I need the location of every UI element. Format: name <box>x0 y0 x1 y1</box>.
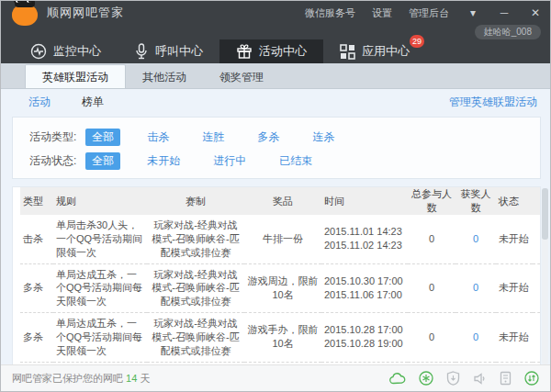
content-area: 活动 榜单 管理英雄联盟活动 活动类型: 全部 击杀 连胜 多杀 连杀 活动状态… <box>1 89 550 366</box>
time-end: 2015.11.02 14:23 <box>324 239 405 252</box>
col-rule: 规则 <box>53 187 147 215</box>
titlebar: 顺网网吧管家 微信服务号 设置 管理后台 ▾ ─ ✕ <box>1 1 550 25</box>
protection-suffix: 天 <box>140 373 150 384</box>
scrollbar-thumb[interactable] <box>542 188 548 240</box>
shield-icon[interactable] <box>446 371 460 386</box>
filter-status-ongoing[interactable]: 进行中 <box>207 152 253 170</box>
tab-strip: 英雄联盟活动 其他活动 领奖管理 <box>1 63 550 89</box>
col-participants: 总参与人数 <box>408 187 455 215</box>
cell-prize: 游戏手办，限前10名 <box>244 313 321 363</box>
cell-action <box>533 263 541 313</box>
minimize-button[interactable]: ─ <box>497 6 512 19</box>
col-format: 赛制 <box>147 187 244 215</box>
app-center-count-badge: 29 <box>410 35 424 48</box>
nav-item-monitor-center[interactable]: 监控中心 <box>14 39 118 63</box>
filter-type-label: 活动类型: <box>29 129 76 145</box>
server-icon[interactable] <box>500 371 512 386</box>
filter-row-status: 活动状态: 全部 未开始 进行中 已结束 <box>29 149 523 173</box>
gift-icon <box>236 43 253 60</box>
col-type: 类型 <box>20 187 53 215</box>
filter-status-all[interactable]: 全部 <box>85 152 120 170</box>
cell-time: 2015.11.01 14:23 2015.11.02 14:23 <box>321 215 408 263</box>
filter-type-winstreak[interactable]: 连胜 <box>196 129 231 146</box>
time-start: 2015.10.30 17:00 <box>324 274 405 288</box>
nav-item-app-center[interactable]: 应用中心 29 <box>323 39 426 63</box>
cloud-icon[interactable] <box>389 372 406 385</box>
close-button[interactable]: ✕ <box>528 6 543 19</box>
filter-status-label: 活动状态: <box>29 153 76 169</box>
activity-table: 类型 规则 赛制 奖品 时间 总参与人数 获奖人数 状态 操作 击杀 单局击杀3 <box>20 187 541 366</box>
protection-text: 网吧管家已保护您的网吧 14 天 <box>12 372 150 386</box>
protection-days: 14 <box>126 373 137 384</box>
filter-type-killstreak[interactable]: 连杀 <box>306 129 341 146</box>
cell-format: 玩家对战-经典对战模式-召唤师峡谷-匹配模式或排位赛 <box>147 263 244 313</box>
cell-type: 击杀 <box>20 215 53 263</box>
statusbar-icons <box>389 371 539 386</box>
cell-participants: 0 <box>408 215 455 263</box>
cell-type: 多杀 <box>20 263 53 313</box>
nav-label: 应用中心 <box>362 43 410 60</box>
col-action: 操作 <box>533 187 541 215</box>
cell-action <box>533 215 541 263</box>
cell-rule: 单局击杀30人头，一个QQ号活动期间限领一次 <box>53 215 147 263</box>
filter-type-multikill[interactable]: 多杀 <box>251 129 286 146</box>
settings-link[interactable]: 设置 <box>372 6 392 20</box>
cell-prize: 游戏周边，限前10名 <box>244 263 321 313</box>
table-row: 多杀 单局达成五杀，一个QQ号活动期间每天限领一次 玩家对战-经典对战模式-召唤… <box>20 263 541 313</box>
app-title: 顺网网吧管家 <box>47 5 124 21</box>
tab-prize-management[interactable]: 领奖管理 <box>203 66 280 88</box>
app-header: 顺网网吧管家 微信服务号 设置 管理后台 ▾ ─ ✕ 娃哈哈_008 监控中心 <box>1 1 550 63</box>
main-nav: 监控中心 呼叫中心 活动中心 应用中心 29 <box>1 39 550 63</box>
filter-panel: 活动类型: 全部 击杀 连胜 多杀 连杀 活动状态: 全部 未开始 进行中 已结… <box>12 117 541 179</box>
app-window: 顺网网吧管家 微信服务号 设置 管理后台 ▾ ─ ✕ 娃哈哈_008 监控中心 <box>0 0 551 392</box>
subnav-link-activities[interactable]: 活动 <box>28 95 51 110</box>
cell-winners-link[interactable]: 0 <box>473 331 478 342</box>
manage-lol-activities-link[interactable]: 管理英雄联盟活动 <box>449 95 537 110</box>
cell-status: 未开始 <box>496 313 533 363</box>
time-end: 2015.11.06 17:00 <box>324 288 405 302</box>
table-row: 击杀 单局击杀30人头，一个QQ号活动期间限领一次 玩家对战-经典对战模式-召唤… <box>20 215 541 263</box>
table-row: 多杀 单局达成五杀，一个QQ号活动期间每天限领一次 玩家对战-经典对战模式-召唤… <box>20 313 541 363</box>
cell-format: 玩家对战-经典对战模式-召唤师峡谷-匹配模式或排位赛 <box>147 215 244 263</box>
sound-icon[interactable] <box>473 372 487 386</box>
filter-type-kill[interactable]: 击杀 <box>141 129 175 146</box>
microphone-icon <box>134 43 149 60</box>
cell-format: 玩家对战-经典对战模式-召唤师峡谷-匹配模式或排位赛 <box>147 313 244 363</box>
time-start: 2015.11.01 14:23 <box>324 225 405 239</box>
filter-status-ended[interactable]: 已结束 <box>273 152 319 170</box>
col-winners: 获奖人数 <box>455 187 496 215</box>
sub-nav: 活动 榜单 管理英雄联盟活动 <box>1 89 550 113</box>
protection-prefix: 网吧管家已保护您的网吧 <box>12 373 123 384</box>
nav-label: 监控中心 <box>53 43 101 60</box>
wechat-service-link[interactable]: 微信服务号 <box>305 6 355 20</box>
cell-type: 多杀 <box>20 313 53 363</box>
user-row: 娃哈哈_008 <box>1 25 550 39</box>
dropdown-icon[interactable]: ▾ <box>466 6 480 19</box>
tab-lol-activities[interactable]: 英雄联盟活动 <box>25 64 126 88</box>
status-bar: 网吧管家已保护您的网吧 14 天 <box>1 364 550 391</box>
app-logo-owl-icon <box>10 0 41 29</box>
nav-item-activity-center[interactable]: 活动中心 <box>219 39 323 63</box>
cell-winners-link[interactable]: 0 <box>473 282 478 293</box>
cell-action <box>533 313 541 363</box>
nav-label: 活动中心 <box>259 43 307 60</box>
table-header-row: 类型 规则 赛制 奖品 时间 总参与人数 获奖人数 状态 操作 <box>20 187 541 215</box>
vertical-scrollbar[interactable] <box>542 188 548 364</box>
tab-other-activities[interactable]: 其他活动 <box>126 66 203 88</box>
grid-icon <box>340 44 355 60</box>
admin-backend-link[interactable]: 管理后台 <box>409 6 449 20</box>
cell-rule: 单局达成五杀，一个QQ号活动期间每天限领一次 <box>53 313 147 363</box>
filter-status-notstarted[interactable]: 未开始 <box>141 152 186 170</box>
cell-winners-link[interactable]: 0 <box>473 233 478 244</box>
nav-item-call-center[interactable]: 呼叫中心 <box>118 39 219 63</box>
cell-participants: 0 <box>408 313 455 363</box>
cell-time: 2015.10.28 17:00 2015.10.28 19:00 <box>321 313 408 363</box>
titlebar-menu: 微信服务号 设置 管理后台 ▾ ─ ✕ <box>305 6 543 20</box>
subnav-link-leaderboard[interactable]: 榜单 <box>82 95 104 110</box>
nav-label: 呼叫中心 <box>155 43 203 60</box>
sync-icon[interactable] <box>524 371 539 386</box>
monitor-icon <box>30 43 47 60</box>
scan-icon[interactable] <box>419 371 433 386</box>
filter-type-all[interactable]: 全部 <box>85 129 120 146</box>
username-badge[interactable]: 娃哈哈_008 <box>475 25 541 39</box>
